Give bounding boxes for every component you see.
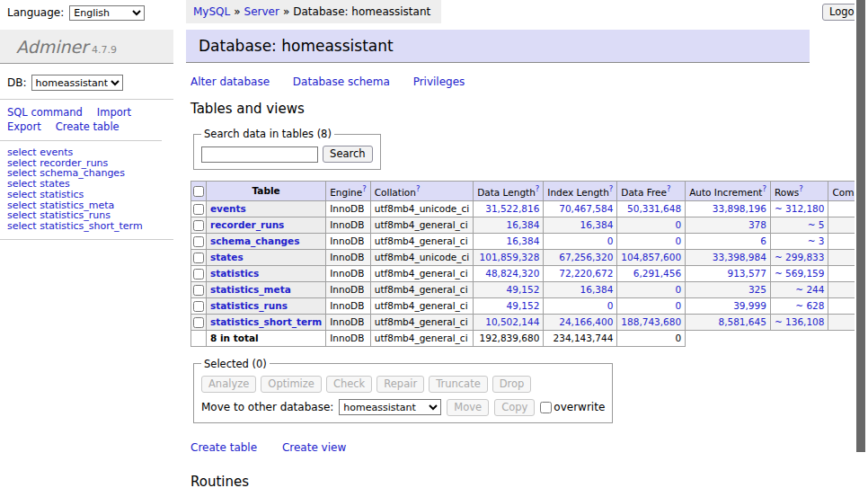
table-cell-link[interactable]: ~ 3 (808, 235, 825, 246)
row-checkbox[interactable] (193, 236, 204, 247)
alter-database-link[interactable]: Alter database (190, 75, 270, 88)
table-row: statisticsInnoDButf8mb4_general_ci48,824… (191, 265, 868, 281)
table-cell-link[interactable]: 8,581,645 (718, 316, 766, 327)
table-cell-link[interactable]: 0 (607, 300, 614, 311)
table-cell-link[interactable]: 188,743,680 (621, 316, 681, 327)
optimize-button[interactable]: Optimize (261, 376, 322, 393)
table-cell-link[interactable]: 16,384 (507, 235, 540, 246)
row-checkbox[interactable] (193, 204, 204, 215)
scrollbar-thumb[interactable] (856, 0, 865, 452)
table-name-cell: statistics (207, 265, 326, 281)
search-button[interactable]: Search (323, 146, 373, 163)
row-checkbox-cell (191, 233, 207, 249)
table-cell-link[interactable]: 10,502,144 (485, 316, 539, 327)
table-name-link[interactable]: events (210, 203, 246, 214)
table-name-link[interactable]: statistics_runs (210, 300, 288, 311)
table-cell-link[interactable]: 0 (675, 284, 681, 295)
table-cell-link[interactable]: 104,857,600 (621, 252, 681, 262)
truncate-button[interactable]: Truncate (429, 376, 488, 393)
table-cell-link[interactable]: ~ 136,108 (775, 316, 825, 327)
language-select[interactable]: English (69, 5, 145, 21)
table-cell-link[interactable]: 0 (675, 235, 681, 246)
table-cell-link[interactable]: 70,467,584 (559, 203, 613, 214)
table-name-link[interactable]: schema_changes (210, 235, 300, 246)
sql-command-link[interactable]: SQL command (7, 106, 83, 119)
table-cell-link[interactable]: 0 (675, 300, 681, 311)
table-cell-link[interactable]: ~ 628 (795, 300, 824, 311)
copy-button[interactable]: Copy (494, 399, 535, 416)
column-help-link[interactable]: ? (762, 184, 766, 193)
vertical-scrollbar[interactable] (855, 0, 868, 488)
table-cell-link[interactable]: 0 (675, 219, 681, 230)
export-link[interactable]: Export (7, 120, 41, 133)
check-button[interactable]: Check (326, 376, 372, 393)
import-link[interactable]: Import (97, 106, 131, 119)
table-cell-link[interactable]: 33,898,196 (713, 203, 766, 214)
table-cell-link[interactable]: ~ 5 (808, 219, 825, 230)
column-help-link[interactable]: ? (667, 184, 671, 193)
table-cell-link[interactable]: 913,577 (728, 268, 766, 279)
row-checkbox[interactable] (193, 253, 204, 263)
row-checkbox[interactable] (193, 301, 204, 312)
table-name-link[interactable]: recorder_runs (210, 219, 284, 230)
table-cell-link[interactable]: 325 (748, 284, 766, 295)
table-cell-link[interactable]: 39,999 (733, 300, 766, 311)
table-cell-link[interactable]: 33,398,984 (713, 252, 766, 262)
drop-button[interactable]: Drop (492, 376, 532, 393)
select-all-checkbox[interactable] (193, 186, 204, 197)
search-input[interactable] (201, 146, 318, 163)
table-cell-link[interactable]: 50,331,648 (627, 203, 681, 214)
table-cell-link[interactable]: 378 (748, 219, 766, 230)
move-button[interactable]: Move (447, 399, 489, 416)
sidebar-select-link[interactable]: select events (7, 147, 166, 158)
breadcrumb-mysql-link[interactable]: MySQL (193, 5, 230, 18)
create-table-link-sidebar[interactable]: Create table (56, 120, 120, 133)
table-cell-link[interactable]: ~ 299,833 (775, 252, 825, 262)
create-table-link[interactable]: Create table (190, 441, 257, 454)
table-cell-link[interactable]: 49,152 (507, 284, 540, 295)
table-cell-link[interactable]: 24,166,400 (559, 316, 613, 327)
table-cell-link[interactable]: 16,384 (580, 219, 614, 230)
data-length-cell: 16,384 (474, 217, 544, 233)
table-name-link[interactable]: statistics_short_term (210, 316, 322, 327)
table-cell-link[interactable]: 72,220,672 (559, 268, 613, 279)
table-cell-link[interactable]: ~ 569,159 (775, 268, 825, 279)
table-cell-link[interactable]: 48,824,320 (485, 268, 539, 279)
row-checkbox[interactable] (193, 317, 204, 328)
analyze-button[interactable]: Analyze (201, 376, 256, 393)
column-help-link[interactable]: ? (416, 184, 421, 193)
table-cell-link[interactable]: 49,152 (507, 300, 540, 311)
table-cell-link[interactable]: 6 (760, 235, 766, 246)
table-cell-link[interactable]: ~ 244 (795, 284, 824, 295)
sidebar-select-link[interactable]: select statistics (7, 190, 166, 200)
sidebar-select-link[interactable]: select statistics_short_term (7, 221, 166, 232)
column-help-link[interactable]: ? (799, 184, 803, 193)
table-name-link[interactable]: statistics (210, 268, 259, 279)
row-checkbox[interactable] (193, 220, 204, 231)
table-name-link[interactable]: states (210, 252, 244, 262)
overwrite-checkbox[interactable] (540, 402, 552, 413)
breadcrumb-server-link[interactable]: Server (244, 5, 279, 18)
table-cell-link[interactable]: 16,384 (580, 284, 614, 295)
column-help-link[interactable]: ? (362, 184, 367, 193)
row-checkbox[interactable] (193, 269, 204, 279)
column-help-link[interactable]: ? (536, 184, 540, 193)
table-cell-link[interactable]: 31,522,816 (485, 203, 539, 214)
repair-button[interactable]: Repair (376, 376, 424, 393)
privileges-link[interactable]: Privileges (413, 75, 465, 88)
create-view-link[interactable]: Create view (282, 441, 346, 454)
db-select[interactable]: homeassistant (31, 75, 123, 91)
table-cell-link[interactable]: 16,384 (507, 219, 540, 230)
database-schema-link[interactable]: Database schema (293, 75, 390, 88)
table-cell-link[interactable]: 6,291,456 (633, 268, 681, 279)
row-checkbox[interactable] (193, 285, 204, 296)
table-name-link[interactable]: statistics_meta (210, 284, 291, 295)
collation-cell: utf8mb4_general_ci (370, 233, 473, 249)
column-help-link[interactable]: ? (609, 184, 614, 193)
table-cell-link[interactable]: 0 (607, 235, 614, 246)
rows-cell: ~ 569,159 (770, 265, 828, 281)
table-cell-link[interactable]: 101,859,328 (480, 252, 540, 262)
table-cell-link[interactable]: ~ 312,180 (775, 203, 825, 214)
table-cell-link[interactable]: 67,256,320 (559, 252, 613, 262)
move-database-select[interactable]: homeassistant (339, 399, 441, 415)
